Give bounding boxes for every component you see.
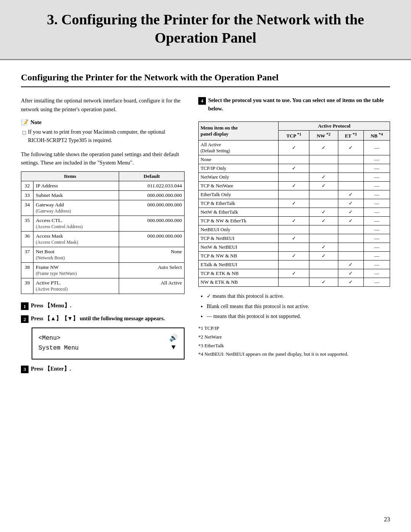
step1-num: 1	[21, 302, 29, 310]
row-default: 000.000.000.000	[119, 191, 185, 200]
footnote-2: *2 NetWare	[198, 333, 390, 341]
row-default: All Active	[119, 278, 185, 294]
row-item: Access CTL.(Access Control Address)	[33, 216, 119, 232]
protocol-tcp	[279, 243, 309, 252]
protocol-et	[338, 164, 363, 173]
protocol-row: None —	[199, 155, 390, 164]
protocol-et: ✓	[338, 278, 363, 287]
note-text: If you want to print from your Macintosh…	[28, 128, 185, 144]
protocol-et	[338, 243, 363, 252]
speaker-icon: 🔊	[169, 334, 178, 342]
protocol-et	[338, 173, 363, 182]
protocol-menu-item: NetW & EtherTalk	[199, 208, 279, 217]
protocol-nw: ✓	[309, 173, 338, 182]
protocol-menu-item: TCP & EtherTalk	[199, 199, 279, 208]
protocol-nb: —	[363, 199, 390, 208]
following-paragraph: The following table shows the operation …	[21, 150, 185, 167]
protocol-menu-item: TCP & NetBEUI	[199, 234, 279, 243]
step-1: 1 Press 【Menu】.	[21, 302, 185, 310]
protocol-nw	[309, 269, 338, 278]
protocol-menu-item: ETalk & NetBEUI	[199, 260, 279, 269]
step-3: 3 Press 【Enter】.	[21, 365, 185, 373]
col-left: After installing the optional network in…	[21, 96, 185, 377]
step-4: 4 Select the protocol you want to use. Y…	[198, 96, 390, 117]
table-row: 39 Active PTL.(Active Protocol) All Acti…	[21, 278, 185, 294]
protocol-et	[338, 225, 363, 234]
protocol-et: ✓	[338, 190, 363, 199]
bullet-1: ✓ means that this protocol is active.	[207, 292, 390, 300]
row-default: 000.000.000.000	[119, 232, 185, 247]
row-default: 011.022.033.044	[119, 181, 185, 191]
protocol-tcp	[279, 208, 309, 217]
protocol-row: EtherTalk Only ✓ —	[199, 190, 390, 199]
et-header: ET *3	[338, 130, 363, 140]
table-row: 32 IP Address 011.022.033.044	[21, 181, 185, 191]
protocol-menu-item: TCP & NW & EtherTk	[199, 217, 279, 225]
step4-num: 4	[198, 97, 206, 105]
row-item: Gateway Add(Gateway Address)	[33, 200, 119, 216]
protocol-nb: —	[363, 225, 390, 234]
row-num: 32	[21, 181, 33, 191]
protocol-nb: —	[363, 217, 390, 225]
protocol-nw	[309, 155, 338, 164]
protocol-nw	[309, 190, 338, 199]
row-item: Subnet Mask	[33, 191, 119, 200]
protocol-nb: —	[363, 173, 390, 182]
row-default: 000.000.000.000	[119, 200, 185, 216]
protocol-nw: ✓	[309, 217, 338, 225]
protocol-nb: —	[363, 164, 390, 173]
protocol-menu-item: NetBEUI Only	[199, 225, 279, 234]
row-num: 39	[21, 278, 33, 294]
protocol-et: ✓	[338, 141, 363, 155]
step3-num: 3	[21, 366, 29, 373]
protocol-nw: ✓	[309, 208, 338, 217]
protocol-menu-item: NetW & NetBEUI	[199, 243, 279, 252]
row-num: 37	[21, 247, 33, 263]
down-arrow-icon: ▼	[172, 343, 176, 351]
table-row: 33 Subnet Mask 000.000.000.000	[21, 191, 185, 200]
items-table: Items Default 32 IP Address 011.022.033.…	[21, 171, 185, 294]
protocol-row: TCP & NW & NB ✓ ✓ —	[199, 252, 390, 260]
protocol-nb: —	[363, 278, 390, 287]
protocol-et	[338, 252, 363, 260]
page-body: Configuring the Printer for the Network …	[0, 60, 411, 389]
nb-header: NB *4	[363, 130, 390, 140]
protocol-row: TCP & NW & EtherTk ✓ ✓ ✓ —	[199, 217, 390, 225]
row-item: Frame NW(Frame type NetWare)	[33, 263, 119, 278]
row-num: 35	[21, 216, 33, 232]
row-num: 36	[21, 232, 33, 247]
protocol-nw	[309, 199, 338, 208]
checkbox-icon: □	[22, 129, 25, 144]
step-2: 2 Press 【▲】【▼】 until the following messa…	[21, 315, 185, 323]
protocol-row: NetW & NetBEUI ✓ —	[199, 243, 390, 252]
protocol-menu-item: TCP & NW & NB	[199, 252, 279, 260]
protocol-nw	[309, 225, 338, 234]
menu-line2: System Menu	[38, 343, 79, 353]
protocol-tcp: ✓	[279, 217, 309, 225]
protocol-nb: —	[363, 141, 390, 155]
menu-line1: <Menu>	[38, 334, 79, 343]
row-item: Net Boot(Network Boot)	[33, 247, 119, 263]
protocol-menu-item: NW & ETK & NB	[199, 278, 279, 287]
protocol-menu-item: TCP & ETK & NB	[199, 269, 279, 278]
row-item: IP Address	[33, 181, 119, 191]
protocol-et	[338, 155, 363, 164]
note-item: □ If you want to print from your Macinto…	[22, 128, 185, 144]
table-row: 35 Access CTL.(Access Control Address) 0…	[21, 216, 185, 232]
protocol-tcp: ✓	[279, 164, 309, 173]
table-row: 37 Net Boot(Network Boot) None	[21, 247, 185, 263]
note-label: 📝 Note	[21, 119, 185, 126]
footnotes: *1 TCP/IP *2 NetWare *3 EtherTalk *4 Net…	[198, 324, 390, 358]
step1-text: Press 【Menu】.	[31, 302, 185, 310]
note-section: 📝 Note □ If you want to print from your …	[21, 119, 185, 144]
protocol-row: NetW & EtherTalk ✓ ✓ —	[199, 208, 390, 217]
protocol-et: ✓	[338, 269, 363, 278]
step3-text: Press 【Enter】.	[31, 365, 185, 373]
step4-text: Select the protocol you want to use. You…	[208, 96, 390, 113]
protocol-nw	[309, 260, 338, 269]
protocol-nb: —	[363, 190, 390, 199]
protocol-nw: ✓	[309, 141, 338, 155]
protocol-nb: —	[363, 243, 390, 252]
row-default: None	[119, 247, 185, 263]
protocol-et: ✓	[338, 260, 363, 269]
